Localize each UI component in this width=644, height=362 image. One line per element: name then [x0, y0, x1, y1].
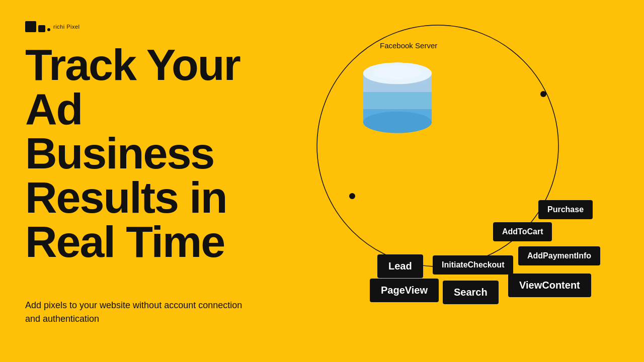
svg-point-10 — [349, 193, 355, 199]
headline-line1: Track Your — [25, 43, 240, 87]
headline-line5: Real Time — [25, 220, 240, 264]
badge-addtocart: AddToCart — [493, 222, 552, 241]
subtitle: Add pixels to your website without accou… — [25, 299, 257, 326]
orbit-diagram — [292, 0, 644, 362]
logo-text: richi Pixel — [53, 24, 80, 30]
badge-lead: Lead — [377, 254, 423, 278]
logo-dot — [47, 28, 50, 31]
headline-line3: Business — [25, 131, 240, 175]
logo-square-large — [25, 21, 36, 32]
badge-viewcontent: ViewContent — [508, 274, 591, 297]
badge-search: Search — [443, 281, 499, 304]
badge-initiatecheckout: InitiateCheckout — [433, 255, 513, 275]
logo-icon — [25, 21, 50, 32]
headline-line2: Ad — [25, 87, 240, 131]
logo: richi Pixel — [25, 21, 80, 32]
badge-pageview: PageView — [370, 279, 439, 302]
diagram-area: Facebook Server — [292, 0, 644, 362]
badge-addpaymentinfo: AddPaymentInfo — [518, 246, 600, 265]
headline: Track Your Ad Business Results in Real T… — [25, 43, 240, 264]
logo-square-small — [38, 25, 45, 32]
headline-line4: Results in — [25, 175, 240, 220]
svg-point-11 — [540, 91, 546, 97]
badge-purchase: Purchase — [538, 200, 593, 219]
